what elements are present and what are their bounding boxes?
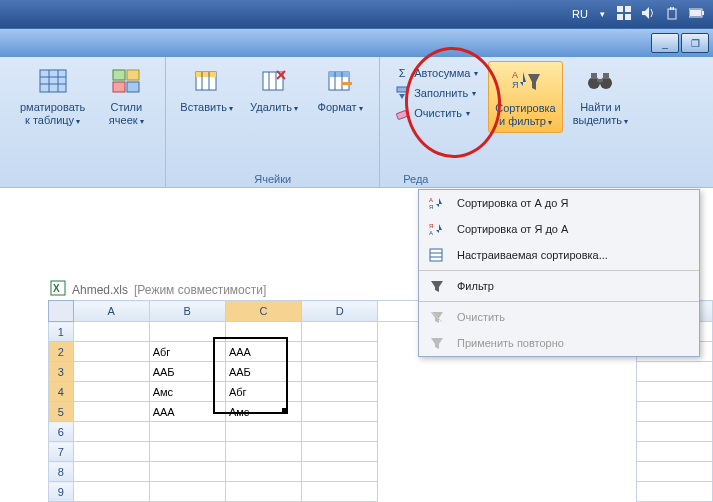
svg-rect-45: [597, 79, 603, 82]
svg-rect-16: [113, 70, 125, 80]
svg-rect-18: [113, 82, 125, 92]
delete-cells-icon: [258, 65, 290, 97]
select-all-corner[interactable]: [49, 301, 74, 322]
autosum-button[interactable]: Σ Автосумма ▾: [394, 65, 478, 81]
find-select-button[interactable]: Найти и выделить: [567, 61, 635, 131]
language-indicator[interactable]: RU: [572, 8, 588, 20]
row-header[interactable]: 1: [49, 322, 74, 342]
clear-button[interactable]: Очистить ▾: [394, 105, 478, 121]
sort-filter-icon: АЯ: [510, 66, 542, 98]
row-header[interactable]: 9: [49, 482, 74, 502]
power-icon[interactable]: [665, 6, 679, 23]
svg-marker-60: [431, 338, 443, 349]
svg-text:Я: Я: [512, 80, 519, 90]
format-button[interactable]: Формат: [309, 61, 371, 118]
eraser-icon: [394, 105, 410, 121]
binoculars-icon: [584, 65, 616, 97]
format-as-table-button[interactable]: рматировать к таблицу: [14, 61, 91, 131]
compat-mode: [Режим совместимости]: [134, 283, 266, 297]
insert-cells-icon: [191, 65, 223, 97]
svg-text:Я: Я: [429, 223, 433, 229]
row-header[interactable]: 6: [49, 422, 74, 442]
svg-marker-53: [436, 224, 442, 233]
cell-styles-button[interactable]: Стили ячеек: [95, 61, 157, 131]
svg-rect-33: [342, 82, 352, 85]
menu-clear-filter: Очистить: [419, 304, 699, 330]
col-header-B[interactable]: B: [149, 301, 225, 322]
svg-marker-4: [642, 7, 649, 19]
ribbon-group-cells: Вставить Удалить Формат Ячейки: [166, 57, 380, 187]
col-header-D[interactable]: D: [302, 301, 378, 322]
row-header[interactable]: 7: [49, 442, 74, 462]
menu-separator: [419, 301, 699, 302]
svg-rect-10: [690, 10, 701, 16]
clear-filter-icon: [427, 309, 447, 325]
svg-rect-34: [397, 87, 407, 92]
cell-styles-icon: [110, 65, 142, 97]
svg-text:А: А: [429, 230, 433, 236]
sort-filter-button[interactable]: АЯ Сортировка и фильтр: [488, 61, 562, 133]
svg-rect-44: [603, 73, 609, 79]
row-header[interactable]: 5: [49, 402, 74, 422]
insert-button[interactable]: Вставить: [174, 61, 239, 118]
reapply-icon: [427, 335, 447, 351]
table-format-icon: [37, 65, 69, 97]
menu-sort-az[interactable]: АЯ Сортировка от А до Я: [419, 190, 699, 216]
windows-icon[interactable]: [617, 6, 631, 23]
row-header[interactable]: 2: [49, 342, 74, 362]
col-header-C[interactable]: C: [225, 301, 301, 322]
menu-custom-sort[interactable]: Настраиваемая сортировка...: [419, 242, 699, 268]
svg-rect-7: [673, 7, 675, 10]
svg-rect-1: [625, 6, 631, 12]
battery-icon[interactable]: [689, 7, 705, 22]
svg-marker-35: [399, 94, 405, 99]
svg-marker-50: [436, 198, 442, 207]
fill-down-icon: [394, 85, 410, 101]
restore-button[interactable]: ❐: [681, 33, 709, 53]
fill-button[interactable]: Заполнить ▾: [394, 85, 478, 101]
filter-icon: [427, 278, 447, 294]
language-dropdown-icon[interactable]: ▾: [600, 9, 605, 19]
group-label-editing: Реда: [373, 169, 649, 185]
menu-sort-za[interactable]: ЯА Сортировка от Я до А: [419, 216, 699, 242]
format-cells-icon: [324, 65, 356, 97]
svg-rect-6: [670, 7, 672, 10]
menu-reapply: Применить повторно: [419, 330, 699, 356]
menu-filter[interactable]: Фильтр: [419, 273, 699, 299]
svg-marker-57: [431, 281, 443, 292]
svg-rect-17: [127, 70, 139, 80]
svg-rect-36: [396, 110, 407, 119]
svg-rect-0: [617, 6, 623, 12]
sigma-icon: Σ: [394, 65, 410, 81]
editing-small-commands: Σ Автосумма ▾ Заполнить ▾ Очистить ▾: [388, 61, 484, 125]
menu-separator: [419, 270, 699, 271]
group-label: [14, 181, 157, 185]
svg-marker-39: [520, 72, 526, 86]
window-titlebar: _ ❐: [0, 28, 713, 57]
ribbon-group-styles: рматировать к таблицу Стили ячеек: [6, 57, 166, 187]
taskbar: RU ▾: [0, 0, 713, 28]
custom-sort-icon: [427, 247, 447, 263]
minimize-button[interactable]: _: [651, 33, 679, 53]
selection-fill-handle[interactable]: [282, 408, 287, 413]
delete-button[interactable]: Удалить: [243, 61, 305, 118]
row-header[interactable]: 3: [49, 362, 74, 382]
svg-rect-54: [430, 249, 442, 261]
sort-za-icon: ЯА: [427, 221, 447, 237]
group-label-cells: Ячейки: [174, 169, 371, 185]
row-header[interactable]: 4: [49, 382, 74, 402]
svg-rect-30: [329, 72, 349, 77]
svg-rect-11: [40, 70, 66, 92]
svg-text:Я: Я: [429, 204, 433, 210]
row-header[interactable]: 8: [49, 462, 74, 482]
sort-az-icon: АЯ: [427, 195, 447, 211]
col-header-A[interactable]: A: [73, 301, 149, 322]
svg-marker-40: [528, 74, 540, 90]
volume-icon[interactable]: [641, 6, 655, 23]
excel-file-icon: X: [50, 280, 66, 299]
document-title: X Ahmed.xls [Режим совместимости]: [50, 280, 266, 299]
sort-filter-dropdown: АЯ Сортировка от А до Я ЯА Сортировка от…: [418, 189, 700, 357]
svg-text:А: А: [512, 70, 518, 80]
svg-text:А: А: [429, 197, 433, 203]
system-tray: [617, 6, 705, 23]
